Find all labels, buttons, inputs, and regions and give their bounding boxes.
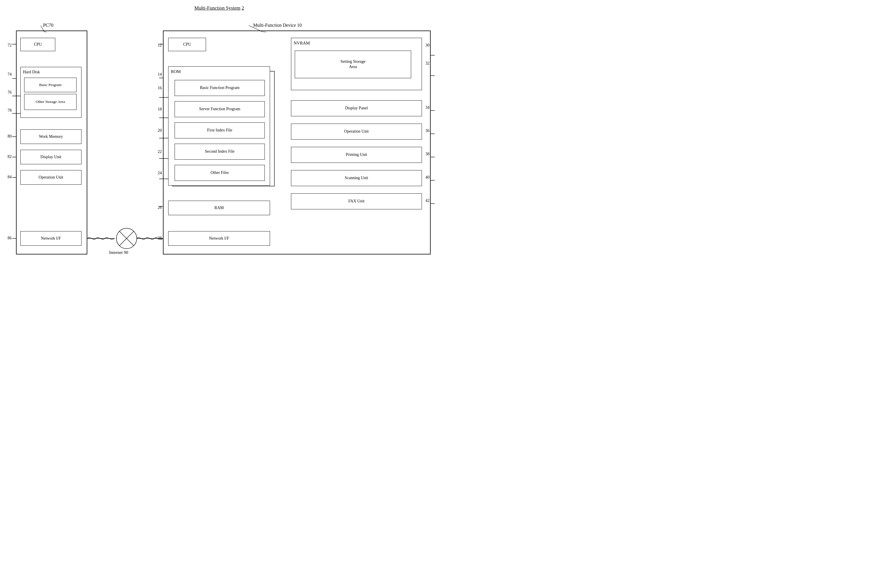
cpu-pc-box: CPU bbox=[20, 38, 55, 51]
ref-display-panel: 34 bbox=[425, 105, 429, 110]
mfd-leader-line bbox=[249, 26, 272, 33]
main-title: Multi-Function System 2 bbox=[194, 5, 244, 11]
svg-line-3 bbox=[119, 231, 134, 246]
setting-storage-box: Setting StorageArea bbox=[295, 51, 411, 78]
ref-other-storage: 78 bbox=[8, 108, 12, 113]
basic-program-box: Basic Program bbox=[24, 78, 77, 92]
first-index-box: First Index File bbox=[174, 122, 265, 138]
ref-operation-pc: 84 bbox=[8, 175, 12, 179]
other-storage-box: Other Storage Area bbox=[24, 94, 77, 110]
fax-unit-box: FAX Unit bbox=[291, 194, 422, 209]
ref-operation-mfd: 36 bbox=[425, 129, 429, 133]
ref-cpu-pc: 72 bbox=[8, 43, 12, 48]
printing-unit-box: Printing Unit bbox=[291, 147, 422, 163]
network-if-mfd-box: Network I/F bbox=[168, 231, 270, 246]
display-unit-pc-box: Display Unit bbox=[20, 150, 81, 164]
ref-hard-disk: 74 bbox=[8, 72, 12, 77]
internet-label: Internet 90 bbox=[109, 250, 128, 255]
ref-basic-func: 16 bbox=[158, 86, 162, 90]
work-memory-box: Work Memory bbox=[20, 129, 81, 144]
diagram: Multi-Function System 2 PC70 CPU 72 Hard… bbox=[0, 0, 438, 294]
svg-line-2 bbox=[119, 231, 134, 246]
other-files-box: Other Files bbox=[174, 165, 265, 181]
hard-disk-box: Hard Disk Basic Program Other Storage Ar… bbox=[20, 67, 81, 118]
ref-cpu-mfd: 12 bbox=[158, 43, 162, 48]
server-func-prog-box: Server Function Program bbox=[174, 101, 265, 117]
svg-point-1 bbox=[116, 228, 137, 249]
ref-display-pc: 82 bbox=[8, 154, 12, 159]
ref-network-pc: 86 bbox=[8, 236, 12, 240]
ref-printing: 38 bbox=[425, 152, 429, 156]
ref-other-files: 24 bbox=[158, 171, 162, 176]
nvram-box: NVRAM Setting StorageArea bbox=[291, 38, 422, 90]
scanning-unit-box: Scanning Unit bbox=[291, 170, 422, 186]
ref-basic-prog: 76 bbox=[8, 90, 12, 95]
basic-func-prog-box: Basic Function Program bbox=[174, 80, 265, 96]
display-panel-box: Display Panel bbox=[291, 100, 422, 116]
second-index-box: Second Index File bbox=[174, 144, 265, 160]
pc-leader-line bbox=[41, 26, 50, 33]
ref-first-index: 20 bbox=[158, 128, 162, 133]
ref-work-memory: 80 bbox=[8, 134, 12, 139]
ref-ram: 26 bbox=[158, 205, 162, 210]
operation-unit-pc-box: Operation Unit bbox=[20, 170, 81, 184]
ref-nvram: 30 bbox=[425, 43, 429, 48]
network-if-pc-box: Network I/F bbox=[20, 231, 81, 246]
operation-unit-mfd-box: Operation Unit bbox=[291, 124, 422, 140]
ram-box: RAM bbox=[168, 201, 270, 215]
cpu-mfd-box: CPU bbox=[168, 38, 206, 51]
ref-second-index: 22 bbox=[158, 150, 162, 154]
ref-rom: 14 bbox=[158, 72, 162, 77]
ref-setting-storage: 32 bbox=[425, 61, 429, 66]
ref-fax: 42 bbox=[425, 198, 429, 203]
ref-network-mfd: 28 bbox=[158, 236, 162, 240]
ref-scanning: 40 bbox=[425, 175, 429, 180]
ref-server-func: 18 bbox=[158, 107, 162, 112]
